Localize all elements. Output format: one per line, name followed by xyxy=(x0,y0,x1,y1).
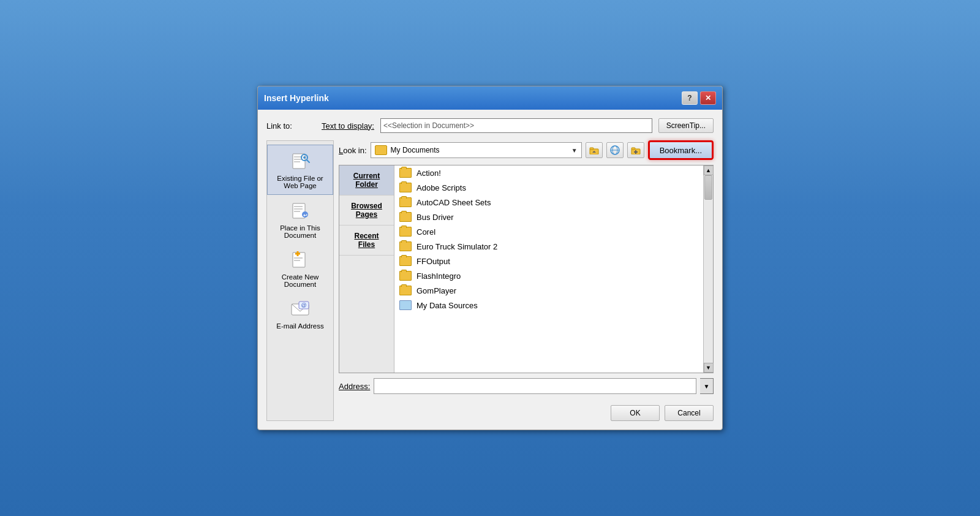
file-item[interactable]: Action! xyxy=(394,165,703,180)
folder-nav-browsed[interactable]: BrowsedPages xyxy=(339,195,394,226)
folder-icon xyxy=(399,271,412,281)
file-name: Euro Truck Simulator 2 xyxy=(417,242,497,251)
folder-nav-recent[interactable]: RecentFiles xyxy=(339,226,394,256)
insert-hyperlink-dialog: Insert Hyperlink ? ✕ Link to: Text to di… xyxy=(257,86,723,430)
svg-rect-22 xyxy=(590,148,594,150)
look-in-inner: My Documents xyxy=(375,145,440,155)
screentip-button[interactable]: ScreenTip... xyxy=(658,118,714,133)
look-in-row: Look in: My Documents ▼ xyxy=(339,140,714,160)
bookmark-button[interactable]: Bookmark... xyxy=(648,140,714,160)
existing-file-icon xyxy=(289,150,311,172)
sidebar-item-create-label: Create NewDocument xyxy=(282,273,319,288)
dialog-titlebar: Insert Hyperlink ? ✕ xyxy=(258,86,722,110)
file-name: FFOutput xyxy=(417,257,450,266)
dropdown-arrow-icon: ▼ xyxy=(571,147,578,154)
up-folder-button[interactable] xyxy=(586,142,603,158)
scroll-track xyxy=(704,175,713,363)
file-name: Action! xyxy=(417,169,441,178)
file-item[interactable]: GomPlayer xyxy=(394,283,703,298)
svg-text:↩: ↩ xyxy=(303,213,307,218)
sidebar-item-create[interactable]: Create NewDocument xyxy=(267,244,333,293)
folder-icon xyxy=(399,256,412,266)
bottom-buttons: OK Cancel xyxy=(334,405,714,421)
file-name: FlashIntegro xyxy=(417,271,461,281)
text-display-input[interactable] xyxy=(380,118,652,133)
svg-rect-16 xyxy=(294,257,303,259)
folder-icon xyxy=(399,286,412,295)
svg-rect-10 xyxy=(294,211,300,212)
sidebar-item-place[interactable]: ↩ Place in ThisDocument xyxy=(267,195,333,244)
close-button[interactable]: ✕ xyxy=(700,91,716,105)
folder-nav-current[interactable]: CurrentFolder xyxy=(339,165,394,195)
file-item[interactable]: Bus Driver xyxy=(394,210,703,224)
help-button[interactable]: ? xyxy=(682,91,698,105)
file-item[interactable]: Adobe Scripts xyxy=(394,180,703,195)
create-icon xyxy=(289,249,311,271)
titlebar-buttons: ? ✕ xyxy=(682,91,716,105)
link-to-label: Link to: xyxy=(266,121,315,131)
email-icon: @ xyxy=(289,298,311,320)
sidebar-item-email-label: E-mail Address xyxy=(276,322,323,330)
top-row: Link to: Text to display: ScreenTip... xyxy=(266,118,714,133)
file-browser: CurrentFolder BrowsedPages RecentFiles A… xyxy=(339,165,714,373)
file-name: GomPlayer xyxy=(417,286,456,295)
svg-rect-9 xyxy=(294,208,303,210)
place-icon: ↩ xyxy=(289,200,311,222)
right-panel: Look in: My Documents ▼ xyxy=(334,140,714,421)
ok-button[interactable]: OK xyxy=(611,405,660,421)
svg-rect-8 xyxy=(294,206,303,207)
dialog-title: Insert Hyperlink xyxy=(264,93,329,103)
sidebar: Existing File orWeb Page ↩ xyxy=(266,140,334,421)
datasource-icon xyxy=(399,300,412,310)
address-dropdown-button[interactable]: ▼ xyxy=(700,378,714,394)
folder-icon xyxy=(399,168,412,178)
sidebar-item-existing[interactable]: Existing File orWeb Page xyxy=(267,145,333,195)
folder-mini-icon xyxy=(375,145,387,155)
folder-icon xyxy=(399,197,412,207)
look-in-value: My Documents xyxy=(391,146,440,154)
scroll-thumb[interactable] xyxy=(704,175,712,200)
folder-icon xyxy=(399,241,412,251)
file-name: Corel xyxy=(417,227,435,237)
folder-icon xyxy=(399,212,412,222)
svg-rect-17 xyxy=(294,260,300,261)
file-item[interactable]: Corel xyxy=(394,224,703,239)
svg-rect-3 xyxy=(294,161,300,162)
sidebar-item-place-label: Place in ThisDocument xyxy=(280,224,320,239)
cancel-button[interactable]: Cancel xyxy=(665,405,714,421)
text-display-label: Text to display: xyxy=(322,121,374,131)
look-in-label: Look in: xyxy=(339,146,367,155)
sidebar-item-email[interactable]: @ E-mail Address xyxy=(267,293,333,335)
dialog-body: Link to: Text to display: ScreenTip... xyxy=(258,110,722,430)
main-area: Existing File orWeb Page ↩ xyxy=(266,140,714,421)
file-item[interactable]: FFOutput xyxy=(394,254,703,268)
file-name: My Data Sources xyxy=(417,301,478,310)
file-name: Adobe Scripts xyxy=(417,183,466,192)
file-name: AutoCAD Sheet Sets xyxy=(417,198,491,207)
folder-nav: CurrentFolder BrowsedPages RecentFiles xyxy=(339,165,394,373)
sidebar-item-existing-label: Existing File orWeb Page xyxy=(277,175,323,189)
address-input[interactable] xyxy=(374,378,696,394)
file-name: Bus Driver xyxy=(417,213,454,222)
svg-line-6 xyxy=(307,160,309,162)
file-item[interactable]: Euro Truck Simulator 2 xyxy=(394,239,703,254)
file-item[interactable]: My Data Sources xyxy=(394,298,703,313)
scroll-up-button[interactable]: ▲ xyxy=(704,165,714,175)
file-list[interactable]: Action! Adobe Scripts AutoCAD Sheet Sets xyxy=(394,165,703,373)
file-item[interactable]: FlashIntegro xyxy=(394,268,703,283)
address-row: Address: ▼ xyxy=(339,378,714,394)
new-folder-button[interactable] xyxy=(627,142,644,158)
scroll-down-button[interactable]: ▼ xyxy=(704,363,714,373)
folder-icon xyxy=(399,183,412,192)
svg-point-5 xyxy=(303,156,306,159)
svg-rect-27 xyxy=(631,148,635,150)
svg-text:@: @ xyxy=(301,302,306,308)
look-in-select[interactable]: My Documents ▼ xyxy=(371,142,582,158)
address-label: Address: xyxy=(339,382,370,391)
file-item[interactable]: AutoCAD Sheet Sets xyxy=(394,195,703,210)
web-button[interactable] xyxy=(606,142,624,158)
folder-icon xyxy=(399,227,412,237)
scrollbar[interactable]: ▲ ▼ xyxy=(703,165,713,373)
